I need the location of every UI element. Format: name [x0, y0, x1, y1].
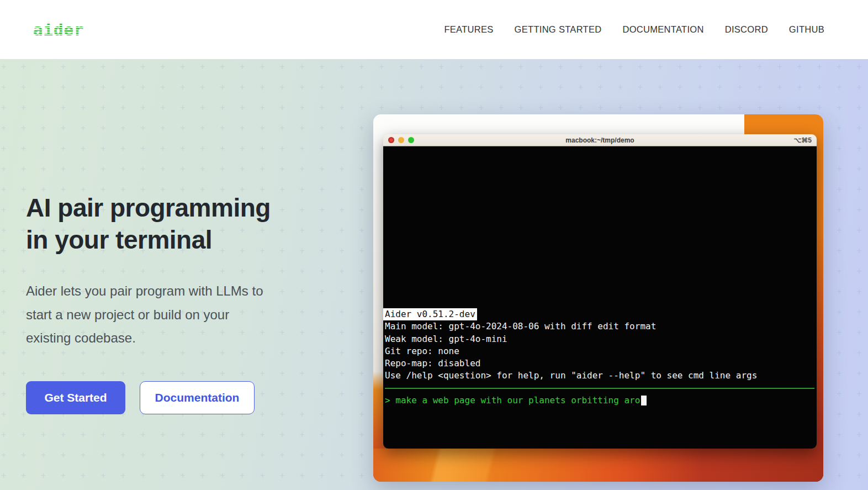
close-window-icon	[388, 137, 394, 143]
terminal-line-main-model: Main model: gpt-4o-2024-08-06 with diff …	[385, 320, 814, 333]
documentation-button[interactable]: Documentation	[140, 381, 255, 414]
hero-description: Aider lets you pair program with LLMs to…	[26, 280, 277, 350]
terminal-body: Aider v0.51.2-dev Main model: gpt-4o-202…	[383, 146, 817, 449]
nav-item-getting-started[interactable]: GETTING STARTED	[515, 24, 602, 35]
nav-item-github[interactable]: GITHUB	[789, 24, 824, 35]
nav-item-discord[interactable]: DISCORD	[725, 24, 768, 35]
get-started-button[interactable]: Get Started	[26, 381, 125, 414]
main-nav: FEATURES GETTING STARTED DOCUMENTATION D…	[444, 24, 824, 35]
terminal-window: macbook:~/tmp/demo ⌥⌘5 Aider v0.51.2-dev…	[383, 134, 817, 449]
aider-logo[interactable]: aider	[33, 20, 84, 39]
terminal-cursor	[641, 396, 647, 405]
traffic-lights	[388, 137, 414, 143]
nav-item-features[interactable]: FEATURES	[444, 24, 493, 35]
terminal-shortcut-badge: ⌥⌘5	[793, 136, 812, 144]
page-title-line1: AI pair programming	[26, 192, 313, 224]
terminal-titlebar: macbook:~/tmp/demo ⌥⌘5	[383, 134, 817, 146]
terminal-divider	[385, 382, 814, 394]
terminal-line-help: Use /help <question> for help, run "aide…	[385, 370, 814, 382]
page-title: AI pair programming in your terminal	[26, 192, 313, 256]
terminal-version-text: Aider v0.51.2-dev	[383, 308, 477, 320]
zoom-window-icon	[408, 137, 414, 143]
terminal-line-git-repo: Git repo: none	[385, 345, 814, 357]
terminal-line-version: Aider v0.51.2-dev	[385, 308, 814, 320]
wallpaper-bottom-band	[373, 449, 823, 482]
terminal-line-repo-map: Repo-map: disabled	[385, 357, 814, 370]
terminal-title: macbook:~/tmp/demo	[383, 136, 817, 144]
minimize-window-icon	[398, 137, 404, 143]
hero-buttons: Get Started Documentation	[26, 381, 313, 414]
terminal-prompt-line: > make a web page with our planets orbit…	[385, 394, 814, 407]
terminal-prompt-text: > make a web page with our planets orbit…	[385, 395, 640, 405]
nav-item-documentation[interactable]: DOCUMENTATION	[622, 24, 703, 35]
page-title-line2: in your terminal	[26, 224, 313, 256]
terminal-screenshot: macbook:~/tmp/demo ⌥⌘5 Aider v0.51.2-dev…	[373, 114, 823, 482]
hero-section: AI pair programming in your terminal Aid…	[26, 192, 313, 414]
terminal-line-weak-model: Weak model: gpt-4o-mini	[385, 333, 814, 345]
site-header: aider FEATURES GETTING STARTED DOCUMENTA…	[0, 0, 868, 59]
